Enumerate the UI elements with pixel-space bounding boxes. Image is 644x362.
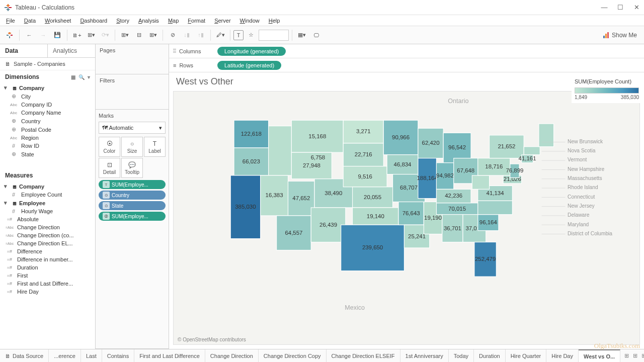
new-sheet-icon[interactable]: ⊞▾ <box>85 29 98 42</box>
marks-label[interactable]: TLabel <box>144 137 166 157</box>
sheet-tab[interactable]: Change Direction <box>205 349 259 362</box>
menu-format[interactable]: Format <box>184 17 209 25</box>
color-legend[interactable]: SUM(Employee Count) 1,849 385,030 <box>572 75 642 103</box>
mark-pill[interactable]: ⦿SUM(Employe... <box>99 212 166 221</box>
menu-data[interactable]: Data <box>20 17 40 25</box>
dimension-field[interactable]: City <box>0 92 95 101</box>
menu-worksheet[interactable]: Worksheet <box>41 17 75 25</box>
tableau-icon[interactable] <box>3 29 16 42</box>
mark-pill[interactable]: TSUM(Employe... <box>99 180 166 189</box>
cards-icon[interactable]: ▦▾ <box>295 29 308 42</box>
analytics-tab[interactable]: Analytics <box>48 44 95 57</box>
sheet-tab[interactable]: Change Direction Copy <box>259 349 327 362</box>
dimension-field[interactable]: Row ID <box>0 142 95 150</box>
fit-dropdown[interactable] <box>259 30 289 41</box>
new-story-icon[interactable]: ⊞ <box>641 352 644 359</box>
pin-icon[interactable]: ☆ <box>245 29 258 42</box>
sheet-tab[interactable]: Hire Day <box>546 349 579 362</box>
minimize-button[interactable]: — <box>601 4 608 11</box>
menu-file[interactable]: File <box>2 17 19 25</box>
desc-icon[interactable]: ↑▮ <box>194 29 207 42</box>
labels-icon[interactable]: T <box>233 30 244 40</box>
close-button[interactable]: ✕ <box>633 4 640 11</box>
menu-window[interactable]: Window <box>236 17 264 25</box>
marks-size[interactable]: ○Size <box>121 137 143 157</box>
rows-shelf[interactable]: ≡Rows Latitude (generated) <box>169 58 644 72</box>
save-icon[interactable]: 💾 <box>51 29 64 42</box>
mark-pill[interactable]: ⊙State <box>99 201 166 210</box>
sort2-icon[interactable]: ⊞▾ <box>146 29 159 42</box>
menu-dashboard[interactable]: Dashboard <box>76 17 111 25</box>
sheet-tab[interactable]: Last <box>81 349 102 362</box>
swap-icon[interactable]: ⊞▾ <box>118 29 131 42</box>
menu-icon[interactable]: ▾ <box>88 74 90 80</box>
calc-field[interactable]: Change Direction (co... <box>0 231 95 239</box>
calc-field[interactable]: Change Direction EL... <box>0 239 95 247</box>
sheet-tab[interactable]: Change Direction ELSEIF <box>327 349 400 362</box>
calc-field[interactable]: Change Direction <box>0 223 95 231</box>
calc-field[interactable]: First and Last Differe... <box>0 280 95 288</box>
asc-icon[interactable]: ↓▮ <box>180 29 193 42</box>
meas-group[interactable]: ▾🗉 Company <box>0 182 95 191</box>
menu-server[interactable]: Server <box>210 17 234 25</box>
state-NC[interactable] <box>478 201 513 214</box>
marks-tooltip[interactable]: 💬Tooltip <box>121 158 143 178</box>
dimension-field[interactable]: State <box>0 150 95 158</box>
dimension-field[interactable]: Country <box>0 117 95 125</box>
menu-analysis[interactable]: Analysis <box>134 17 163 25</box>
sheet-tab[interactable]: First and Last Difference <box>134 349 205 362</box>
maximize-button[interactable]: ☐ <box>617 4 624 11</box>
state-WV[interactable] <box>472 175 489 189</box>
sheet-tab[interactable]: West vs O... <box>579 349 620 362</box>
marks-color[interactable]: ⦿Color <box>99 137 120 157</box>
menu-story[interactable]: Story <box>112 17 133 25</box>
marks-detail[interactable]: ⊡Detail <box>99 158 120 178</box>
calc-field[interactable]: Difference <box>0 247 95 255</box>
dimension-field[interactable]: Company Name <box>0 109 95 117</box>
state-ID[interactable] <box>269 126 292 175</box>
columns-pill[interactable]: Longitude (generated) <box>217 47 286 56</box>
menu-map[interactable]: Map <box>164 17 183 25</box>
show-me-button[interactable]: Show Me <box>599 31 641 40</box>
clear-icon[interactable]: ⊘ <box>166 29 179 42</box>
calc-field[interactable]: Duration <box>0 263 95 272</box>
dimension-field[interactable]: Company ID <box>0 101 95 109</box>
data-source[interactable]: 🗎 Sample - Companies <box>0 58 95 70</box>
calc-field[interactable]: Absolute <box>0 215 95 223</box>
new-datasource-icon[interactable]: 🗎+ <box>70 29 84 42</box>
new-dashboard-icon[interactable]: ⊞ <box>633 352 637 359</box>
dimension-field[interactable]: Region <box>0 134 95 142</box>
map-container[interactable]: Ontario United States Mexico 122,61866,0… <box>173 91 640 345</box>
search-icon[interactable]: 🔍 <box>78 74 85 80</box>
measure-field[interactable]: Employee Count <box>0 191 95 199</box>
sheet-tab[interactable]: Today <box>449 349 474 362</box>
sheet-tab[interactable]: Hire Quarter <box>506 349 547 362</box>
meas-group[interactable]: ▾🗉 Employee <box>0 199 95 207</box>
sheet-tab[interactable]: 🗎 Data Source <box>0 349 49 362</box>
menu-help[interactable]: Help <box>265 17 284 25</box>
pages-shelf[interactable]: Pages <box>96 44 169 74</box>
columns-shelf[interactable]: ⦙⦙⦙Columns Longitude (generated) <box>169 44 644 58</box>
back-icon[interactable]: ← <box>23 29 36 42</box>
view-icon[interactable]: ▦ <box>71 74 75 80</box>
calc-field[interactable]: Difference in number... <box>0 255 95 263</box>
sheet-tab[interactable]: 1st Anniversary <box>400 349 449 362</box>
presentation-icon[interactable]: 🖵 <box>309 29 323 42</box>
state-ME[interactable] <box>539 124 554 147</box>
measure-field[interactable]: Hourly Wage <box>0 207 95 215</box>
mark-pill[interactable]: ⊙Country <box>99 191 166 200</box>
sheet-tab[interactable]: Contains <box>102 349 134 362</box>
filters-shelf[interactable]: Filters <box>96 74 169 110</box>
dim-group[interactable]: ▾🗉 Company <box>0 83 95 92</box>
sheet-tab[interactable]: ...erence <box>49 349 81 362</box>
data-tab[interactable]: Data <box>0 44 48 57</box>
dimension-field[interactable]: Postal Code <box>0 125 95 134</box>
calc-field[interactable]: First <box>0 272 95 280</box>
sort-icon[interactable]: ⊟ <box>132 29 145 42</box>
highlight-icon[interactable]: 🖉▾ <box>214 29 227 42</box>
forward-icon[interactable]: → <box>37 29 50 42</box>
state-MA[interactable] <box>524 147 540 155</box>
duplicate-icon[interactable]: ⟳▾ <box>99 29 112 42</box>
rows-pill[interactable]: Latitude (generated) <box>217 61 281 70</box>
new-sheet-icon[interactable]: ⊞ <box>624 352 629 359</box>
